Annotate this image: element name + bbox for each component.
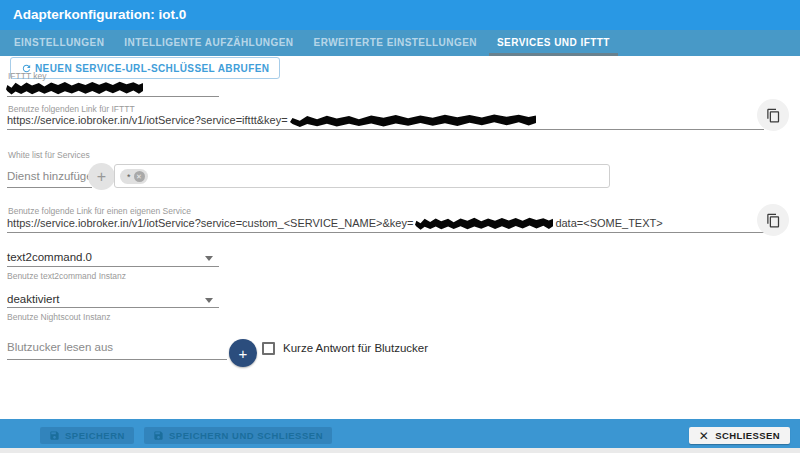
save-icon bbox=[49, 430, 60, 441]
save-icon bbox=[153, 430, 164, 441]
ifttt-key-underline bbox=[7, 96, 219, 97]
ifttt-link-field[interactable]: https://service.iobroker.in/v1/iotServic… bbox=[7, 112, 538, 128]
whitelist-label: White list für Services bbox=[8, 150, 90, 160]
text2command-helper: Benutze text2command Instanz bbox=[7, 271, 126, 281]
text2command-underline bbox=[7, 266, 219, 267]
blutzucker-input[interactable] bbox=[7, 341, 222, 353]
save-button-label: SPEICHERN bbox=[65, 430, 125, 441]
plus-icon: + bbox=[97, 168, 106, 186]
save-and-close-button[interactable]: SPEICHERN UND SCHLIESSEN bbox=[144, 427, 332, 444]
chevron-down-icon[interactable] bbox=[205, 298, 213, 303]
get-new-service-url-key-button[interactable]: NEUEN SERVICE-URL-SCHLÜSSEL ABRUFEN bbox=[10, 57, 280, 79]
footer-bar: SPEICHERN SPEICHERN UND SCHLIESSEN ✕ SCH… bbox=[0, 419, 800, 448]
custom-link-prefix: https://service.iobroker.in/v1/iotServic… bbox=[7, 217, 413, 229]
tab-einstellungen[interactable]: EINSTELLUNGEN bbox=[4, 30, 114, 56]
copy-icon bbox=[766, 213, 781, 228]
copy-icon bbox=[766, 108, 781, 123]
ifttt-link-prefix: https://service.iobroker.in/v1/iotServic… bbox=[7, 114, 288, 126]
close-button[interactable]: ✕ SCHLIESSEN bbox=[689, 427, 790, 444]
dialog-title: Adapterkonfiguration: iot.0 bbox=[0, 0, 800, 30]
get-new-service-url-key-label: NEUEN SERVICE-URL-SCHLÜSSEL ABRUFEN bbox=[35, 63, 269, 74]
plus-icon: + bbox=[239, 345, 248, 362]
custom-link-field[interactable]: https://service.iobroker.in/v1/iotServic… bbox=[7, 215, 663, 231]
whitelist-chip-container: * ✕ bbox=[114, 164, 610, 188]
save-button[interactable]: SPEICHERN bbox=[40, 427, 134, 444]
text2command-select[interactable]: text2command.0 bbox=[7, 251, 92, 263]
tab-intelligente-aufzaehlungen[interactable]: INTELLIGENTE AUFZÄHLUNGEN bbox=[114, 30, 303, 56]
add-service-input[interactable] bbox=[7, 170, 97, 182]
bottom-strip bbox=[0, 448, 800, 453]
whitelist-chip: * ✕ bbox=[120, 169, 148, 184]
custom-link-suffix: data=<SOME_TEXT> bbox=[555, 217, 662, 229]
save-and-close-button-label: SPEICHERN UND SCHLIESSEN bbox=[169, 430, 323, 441]
ifttt-key-redacted-value[interactable] bbox=[6, 81, 143, 96]
nightscout-select[interactable]: deaktiviert bbox=[7, 293, 59, 305]
add-service-underline bbox=[7, 187, 92, 188]
kurze-antwort-checkbox[interactable] bbox=[262, 342, 275, 355]
chip-delete-icon[interactable]: ✕ bbox=[134, 171, 145, 182]
custom-link-key-redacted bbox=[415, 216, 553, 230]
tab-erweiterte-einstellungen[interactable]: ERWEITERTE EINSTELLUNGEN bbox=[304, 30, 487, 56]
kurze-antwort-label: Kurze Antwort für Blutzucker bbox=[283, 342, 428, 354]
add-service-button[interactable]: + bbox=[88, 163, 115, 190]
ifttt-link-underline bbox=[7, 129, 764, 130]
close-button-label: SCHLIESSEN bbox=[715, 430, 780, 441]
blutzucker-underline bbox=[7, 359, 227, 360]
whitelist-chip-text: * bbox=[127, 172, 131, 182]
tab-services-und-ifttt[interactable]: SERVICES UND IFTTT bbox=[487, 30, 620, 56]
tab-bar: EINSTELLUNGEN INTELLIGENTE AUFZÄHLUNGEN … bbox=[0, 30, 800, 56]
copy-ifttt-link-button[interactable] bbox=[757, 99, 789, 131]
nightscout-underline bbox=[7, 307, 219, 308]
custom-link-underline bbox=[7, 232, 764, 233]
nightscout-helper: Benutze Nightscout Instanz bbox=[7, 312, 110, 322]
ifttt-key-label: IFTTT key bbox=[8, 71, 47, 81]
adapter-config-dialog: Adapterkonfiguration: iot.0 EINSTELLUNGE… bbox=[0, 0, 800, 453]
chevron-down-icon[interactable] bbox=[205, 256, 213, 261]
blutzucker-add-button[interactable]: + bbox=[229, 339, 257, 367]
close-icon: ✕ bbox=[699, 429, 709, 443]
copy-custom-link-button[interactable] bbox=[757, 204, 789, 236]
ifttt-link-key-redacted bbox=[290, 113, 536, 128]
